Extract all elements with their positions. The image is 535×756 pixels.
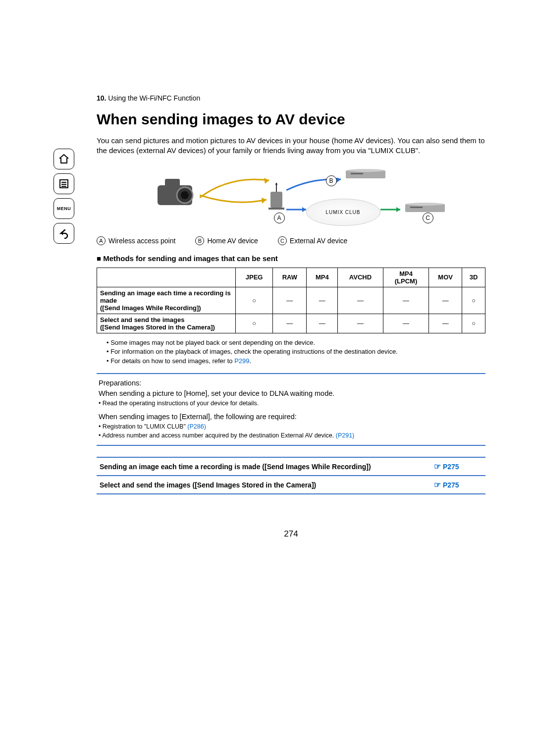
legend-b: Home AV device xyxy=(207,237,258,245)
prep-heading: Preparations: xyxy=(99,378,483,388)
svg-rect-25 xyxy=(410,207,423,208)
chapter-number: 10. xyxy=(97,94,106,102)
toc-icon[interactable] xyxy=(54,173,74,194)
notes-list: Some images may not be played back or se… xyxy=(97,338,485,367)
svg-marker-10 xyxy=(262,198,267,204)
diagram-legend: AWireless access point BHome AV device C… xyxy=(97,236,485,245)
reference-label: Select and send the images ([Send Images… xyxy=(97,476,431,494)
prep-text: When sending a picture to [Home], set yo… xyxy=(99,388,483,399)
page-link[interactable]: P299 xyxy=(234,357,249,365)
legend-a: Wireless access point xyxy=(108,237,175,245)
svg-marker-20 xyxy=(302,207,306,212)
methods-heading: Methods for sending and images that can … xyxy=(97,254,485,263)
legend-c: External AV device xyxy=(290,237,347,245)
svg-rect-13 xyxy=(270,192,282,208)
page-link[interactable]: (P291) xyxy=(336,432,355,439)
camera-icon xyxy=(153,173,202,208)
prep-bullet: • Read the operating instructions of you… xyxy=(99,399,483,408)
reference-label: Sending an image each time a recording i… xyxy=(97,457,431,476)
badge-c: C xyxy=(423,213,433,223)
sidebar: MENU xyxy=(54,149,74,248)
prep-text: When sending images to [External], the f… xyxy=(99,412,483,422)
svg-point-17 xyxy=(347,169,384,172)
preparations-box: Preparations: When sending a picture to … xyxy=(97,373,485,446)
menu-button[interactable]: MENU xyxy=(54,198,74,219)
svg-point-8 xyxy=(181,191,189,199)
page-number: 274 xyxy=(97,529,485,539)
prep-bullet: • Registration to "LUMIX CLUB" (P286) xyxy=(99,422,483,431)
chapter-title: Using the Wi-Fi/NFC Function xyxy=(108,94,200,102)
methods-table: JPEGRAWMP4AVCHDMP4(LPCM)MOV3D Sending an… xyxy=(97,268,485,333)
connection-diagram: B LUMIX CLUB A C xyxy=(153,163,430,232)
svg-rect-14 xyxy=(268,208,284,210)
intro-text: You can send pictures and motion picture… xyxy=(97,136,485,156)
svg-point-24 xyxy=(406,203,444,206)
reference-table: Sending an image each time a recording i… xyxy=(97,457,485,494)
note-item: Some images may not be played back or se… xyxy=(107,338,485,348)
badge-a: A xyxy=(274,213,285,223)
external-av-device-icon xyxy=(405,202,445,214)
page-title: When sending images to AV device xyxy=(97,111,485,128)
home-av-device-icon xyxy=(346,168,385,180)
reference-link[interactable]: ☞ P275 xyxy=(431,457,485,476)
breadcrumb: 10. Using the Wi-Fi/NFC Function xyxy=(97,94,485,102)
reference-row: Select and send the images ([Send Images… xyxy=(97,476,485,494)
page-link[interactable]: (P286) xyxy=(187,423,206,430)
svg-rect-6 xyxy=(165,179,180,186)
lumix-club-cloud: LUMIX CLUB xyxy=(306,199,380,226)
badge-b: B xyxy=(326,175,337,186)
svg-marker-22 xyxy=(396,207,400,212)
reference-row: Sending an image each time a recording i… xyxy=(97,457,485,476)
note-item: For details on how to send images, refer… xyxy=(107,357,485,366)
svg-rect-18 xyxy=(351,173,363,174)
note-item: For information on the playback of image… xyxy=(107,347,485,357)
back-icon[interactable] xyxy=(54,223,74,244)
svg-point-12 xyxy=(275,183,277,185)
prep-bullet: • Address number and access number acqui… xyxy=(99,431,483,440)
router-icon xyxy=(267,183,286,210)
reference-link[interactable]: ☞ P275 xyxy=(431,476,485,494)
home-icon[interactable] xyxy=(54,149,74,169)
